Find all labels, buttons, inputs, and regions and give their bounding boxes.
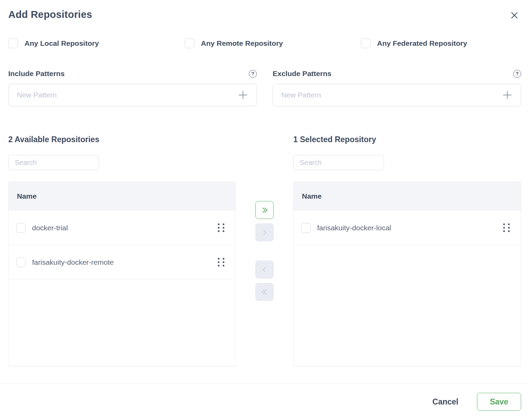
row-checkbox[interactable]: [16, 223, 26, 233]
move-all-right-button[interactable]: [255, 201, 274, 219]
exclude-patterns-column: Exclude Patterns ?: [273, 70, 521, 106]
table-row[interactable]: farisakuity-docker-remote: [9, 245, 235, 280]
cancel-button[interactable]: Cancel: [433, 397, 458, 407]
save-button[interactable]: Save: [477, 393, 521, 411]
help-icon[interactable]: ?: [513, 70, 521, 78]
row-checkbox[interactable]: [16, 258, 26, 267]
selected-repository-heading: 1 Selected Repository: [293, 135, 521, 144]
checkbox-label: Any Remote Repository: [201, 39, 283, 48]
add-exclude-pattern-button[interactable]: [502, 90, 512, 100]
table-row[interactable]: farisakuity-docker-local: [294, 211, 521, 245]
move-right-button: [255, 223, 274, 241]
checkbox-any-remote-repository[interactable]: Any Remote Repository: [185, 39, 283, 48]
selected-repositories-table: Name farisakuity-docker-local: [293, 181, 521, 366]
include-patterns-column: Include Patterns ?: [8, 70, 257, 106]
plus-icon: [502, 90, 512, 100]
repository-transfer-section: 2 Available Repositories Name docker-tri…: [8, 135, 521, 366]
row-checkbox[interactable]: [301, 223, 311, 233]
checkbox-any-local-repository[interactable]: Any Local Repository: [8, 39, 99, 48]
any-remote-repository-checkbox[interactable]: [185, 39, 194, 48]
transfer-buttons: [236, 135, 293, 366]
chevron-right-icon: [260, 228, 269, 237]
repo-name: farisakuity-docker-local: [317, 224, 496, 232]
table-row[interactable]: docker-trial: [9, 211, 235, 245]
any-local-repository-checkbox[interactable]: [8, 39, 18, 48]
column-header-name: Name: [294, 182, 521, 211]
help-icon[interactable]: ?: [249, 70, 257, 78]
page-title: Add Repositories: [8, 9, 92, 20]
patterns-section: Include Patterns ? Exclude Patterns ?: [8, 70, 521, 106]
repo-name: docker-trial: [32, 224, 210, 232]
move-left-button: [255, 261, 274, 279]
any-federated-repository-checkbox[interactable]: [361, 39, 370, 48]
exclude-pattern-input[interactable]: [281, 91, 502, 99]
available-search-input[interactable]: [8, 155, 99, 170]
checkbox-label: Any Federated Repository: [377, 39, 467, 48]
include-patterns-label: Include Patterns: [8, 70, 64, 78]
chevron-left-icon: [260, 265, 269, 274]
modal-footer: Cancel Save: [0, 383, 528, 420]
plus-icon: [238, 90, 248, 100]
include-pattern-field: [8, 84, 257, 106]
selected-repositories-panel: 1 Selected Repository Name farisakuity-d…: [293, 135, 521, 366]
double-chevron-left-icon: [260, 287, 269, 297]
close-icon: [509, 10, 520, 21]
repo-type-checkbox-row: Any Local Repository Any Remote Reposito…: [8, 39, 521, 50]
close-button[interactable]: [508, 9, 520, 21]
exclude-patterns-label: Exclude Patterns: [273, 70, 331, 78]
drag-handle-icon[interactable]: [216, 256, 226, 268]
exclude-pattern-field: [273, 84, 521, 106]
column-header-name: Name: [9, 182, 235, 211]
checkbox-any-federated-repository[interactable]: Any Federated Repository: [361, 39, 467, 48]
available-repositories-heading: 2 Available Repositories: [8, 135, 236, 144]
double-chevron-right-icon: [260, 206, 269, 215]
add-include-pattern-button[interactable]: [238, 90, 248, 100]
available-repositories-table: Name docker-trial farisakuity-docker-rem…: [8, 181, 236, 366]
available-repositories-panel: 2 Available Repositories Name docker-tri…: [8, 135, 236, 366]
drag-handle-icon[interactable]: [216, 222, 226, 233]
move-all-left-button: [255, 283, 274, 301]
drag-handle-icon[interactable]: [502, 222, 511, 233]
include-pattern-input[interactable]: [17, 91, 238, 99]
checkbox-label: Any Local Repository: [24, 39, 99, 48]
repo-name: farisakuity-docker-remote: [32, 258, 210, 266]
selected-search-input[interactable]: [293, 155, 384, 170]
